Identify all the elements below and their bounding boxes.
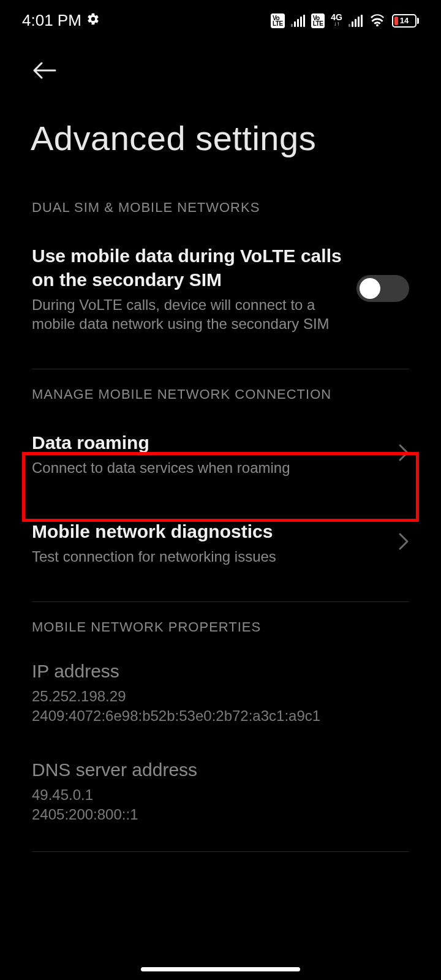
ip-address-block: IP address 25.252.198.29 2409:4072:6e98:… <box>0 646 441 739</box>
setting-title: Data roaming <box>32 431 383 454</box>
signal-icon <box>349 15 363 27</box>
volte-toggle[interactable] <box>356 275 409 302</box>
status-bar: 4:01 PM VoLTE VoLTE 4G ↓↑ <box>0 0 441 36</box>
info-title: DNS server address <box>32 760 409 780</box>
info-title: IP address <box>32 661 409 682</box>
section-header-manage: MANAGE MOBILE NETWORK CONNECTION <box>0 369 441 413</box>
header-bar <box>0 36 441 89</box>
chevron-right-icon <box>398 532 409 553</box>
setting-title: Use mobile data during VoLTE calls on th… <box>32 244 342 292</box>
network-type: 4G ↓↑ <box>331 14 342 27</box>
setting-subtitle: Connect to data services when roaming <box>32 458 383 477</box>
page-title: Advanced settings <box>0 89 441 183</box>
wifi-icon <box>369 14 386 28</box>
ip-v6: 2409:4072:6e98:b52b:53e0:2b72:a3c1:a9c1 <box>32 706 409 726</box>
signal-icon <box>291 15 305 27</box>
status-right: VoLTE VoLTE 4G ↓↑ 14 <box>271 13 419 28</box>
setting-text: Data roaming Connect to data services wh… <box>32 431 383 477</box>
setting-text: Mobile network diagnostics Test connecti… <box>32 519 383 566</box>
volte-icon: VoLTE <box>271 13 285 28</box>
dns-v4: 49.45.0.1 <box>32 785 409 805</box>
network-diagnostics-row[interactable]: Mobile network diagnostics Test connecti… <box>0 495 441 583</box>
dns-v6: 2405:200:800::1 <box>32 805 409 824</box>
volte-icon: VoLTE <box>311 13 325 28</box>
setting-text: Use mobile data during VoLTE calls on th… <box>32 244 342 333</box>
clock: 4:01 PM <box>22 11 81 30</box>
setting-title: Mobile network diagnostics <box>32 519 383 543</box>
back-button[interactable] <box>31 61 58 83</box>
section-header-properties: MOBILE NETWORK PROPERTIES <box>0 602 441 646</box>
dns-address-block: DNS server address 49.45.0.1 2405:200:80… <box>0 739 441 837</box>
volte-secondary-sim-row[interactable]: Use mobile data during VoLTE calls on th… <box>0 227 441 350</box>
ip-v4: 25.252.198.29 <box>32 687 409 706</box>
setting-subtitle: During VoLTE calls, device will connect … <box>32 295 342 333</box>
chevron-right-icon <box>398 443 409 464</box>
setting-subtitle: Test connection for networking issues <box>32 547 383 566</box>
status-left: 4:01 PM <box>22 11 100 30</box>
data-roaming-row[interactable]: Data roaming Connect to data services wh… <box>0 413 441 494</box>
gear-icon <box>86 12 100 29</box>
section-header-dual-sim: DUAL SIM & MOBILE NETWORKS <box>0 183 441 227</box>
divider <box>32 851 409 852</box>
battery-icon: 14 <box>392 14 419 28</box>
home-indicator[interactable] <box>141 967 300 971</box>
